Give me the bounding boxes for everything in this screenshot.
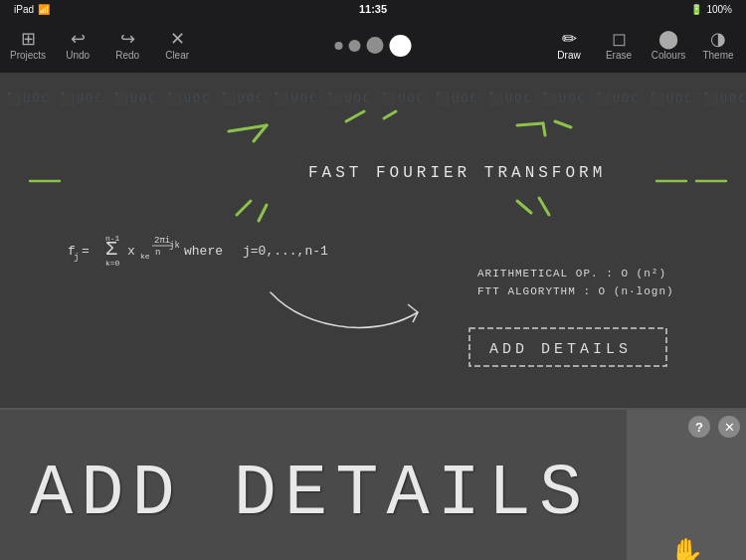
- svg-text:j=0,...,n-1: j=0,...,n-1: [243, 244, 328, 259]
- projects-button[interactable]: ⊞ Projects: [10, 30, 46, 61]
- svg-line-30: [413, 312, 418, 322]
- svg-line-4: [517, 123, 543, 125]
- battery-icon: 🔋: [690, 4, 702, 15]
- toolbar-left-group: ⊞ Projects ↩ Undo ↪ Redo ✕ Clear: [10, 30, 195, 61]
- colours-icon: ⬤: [658, 30, 678, 48]
- undo-button[interactable]: ↩ Undo: [60, 30, 95, 61]
- svg-text:FAST FOURIER TRANSFORM: FAST FOURIER TRANSFORM: [308, 164, 606, 182]
- brush-large[interactable]: [367, 37, 384, 54]
- svg-text:n-1: n-1: [105, 234, 120, 243]
- undo-icon: ↩: [71, 30, 86, 48]
- svg-text:ke: ke: [140, 252, 150, 261]
- canvas-content: ⬛UOC ⬛UOC ⬛UOC ⬛UOC ⬛UOC ⬛UOC ⬛UOC ⬛UOC …: [0, 74, 746, 408]
- hand-icon: ✋: [669, 536, 704, 560]
- projects-label: Projects: [10, 50, 46, 61]
- svg-line-10: [539, 198, 549, 215]
- theme-icon: ◑: [710, 30, 726, 48]
- theme-button[interactable]: ◑ Theme: [700, 30, 736, 61]
- wifi-icon: 📶: [38, 4, 50, 15]
- erase-button[interactable]: ◻ Erase: [601, 30, 637, 61]
- toolbar-right-group: ✏ Draw ◻ Erase ⬤ Colours ◑ Theme: [551, 30, 736, 61]
- brush-medium[interactable]: [349, 40, 361, 52]
- status-left: iPad 📶: [14, 4, 50, 15]
- brush-sizes: [335, 35, 412, 57]
- svg-line-3: [384, 111, 396, 118]
- svg-line-7: [237, 201, 251, 215]
- svg-text:where: where: [184, 244, 223, 259]
- clear-label: Clear: [165, 50, 189, 61]
- svg-line-8: [259, 205, 267, 221]
- redo-button[interactable]: ↪ Redo: [109, 30, 145, 61]
- svg-text:ARITHMETICAL OP. :   O (n²): ARITHMETICAL OP. : O (n²): [477, 268, 666, 280]
- brush-size-selector: [335, 35, 412, 57]
- colours-label: Colours: [652, 50, 685, 61]
- theme-label: Theme: [702, 50, 733, 61]
- brush-small[interactable]: [335, 42, 343, 50]
- time-display: 11:35: [359, 3, 387, 15]
- brush-xlarge[interactable]: [390, 35, 412, 57]
- clear-button[interactable]: ✕ Clear: [159, 30, 195, 61]
- preview-area: ADD DETAILS ? ✕ ✋: [0, 408, 746, 560]
- projects-icon: ⊞: [21, 30, 36, 48]
- svg-text:Σ: Σ: [105, 238, 117, 261]
- drawing-overlay: FAST FOURIER TRANSFORM f j = n-1 Σ k=0 x…: [0, 74, 746, 408]
- svg-text:j: j: [74, 253, 79, 263]
- preview-content: ADD DETAILS: [0, 410, 597, 560]
- svg-line-2: [346, 111, 364, 121]
- erase-icon: ◻: [612, 30, 627, 48]
- preview-text: ADD DETAILS: [30, 454, 590, 535]
- svg-text:n: n: [155, 248, 160, 258]
- svg-line-0: [229, 125, 267, 131]
- svg-text:ADD DETAILS: ADD DETAILS: [489, 341, 632, 358]
- watermark: ⬛UOC ⬛UOC ⬛UOC ⬛UOC ⬛UOC ⬛UOC ⬛UOC ⬛UOC …: [0, 92, 746, 105]
- close-button[interactable]: ✕: [718, 416, 740, 438]
- help-close-row: ? ✕: [688, 416, 740, 438]
- svg-text:x: x: [127, 244, 135, 259]
- status-bar: iPad 📶 11:35 🔋 100%: [0, 0, 746, 18]
- preview-sidebar: ? ✕ ✋: [627, 410, 746, 560]
- canvas-area[interactable]: ⬛UOC ⬛UOC ⬛UOC ⬛UOC ⬛UOC ⬛UOC ⬛UOC ⬛UOC …: [0, 74, 746, 408]
- svg-rect-33: [469, 328, 666, 366]
- svg-line-29: [408, 304, 418, 312]
- svg-line-1: [254, 125, 267, 141]
- svg-line-9: [517, 201, 531, 213]
- svg-text:f: f: [68, 244, 77, 259]
- clear-icon: ✕: [170, 30, 185, 48]
- svg-text:2πi: 2πi: [154, 236, 170, 246]
- ipad-label: iPad: [14, 4, 34, 15]
- draw-label: Draw: [557, 50, 580, 61]
- battery-percent: 100%: [706, 4, 732, 15]
- svg-text:FTT ALGORYTHM :   O (n·logn): FTT ALGORYTHM : O (n·logn): [477, 285, 674, 297]
- redo-label: Redo: [115, 50, 139, 61]
- main-toolbar: ⊞ Projects ↩ Undo ↪ Redo ✕ Clear ✏ Draw: [0, 18, 746, 74]
- draw-button[interactable]: ✏ Draw: [551, 30, 587, 61]
- colours-button[interactable]: ⬤ Colours: [651, 30, 686, 61]
- draw-icon: ✏: [562, 30, 577, 48]
- svg-line-5: [543, 123, 545, 135]
- svg-line-6: [555, 121, 571, 127]
- svg-text:=: =: [82, 244, 90, 259]
- help-button[interactable]: ?: [688, 416, 710, 438]
- svg-text:jk: jk: [169, 241, 180, 251]
- undo-label: Undo: [66, 50, 90, 61]
- redo-icon: ↪: [120, 30, 135, 48]
- svg-text:k=0: k=0: [105, 259, 120, 268]
- erase-label: Erase: [606, 50, 632, 61]
- status-right: 🔋 100%: [690, 4, 732, 15]
